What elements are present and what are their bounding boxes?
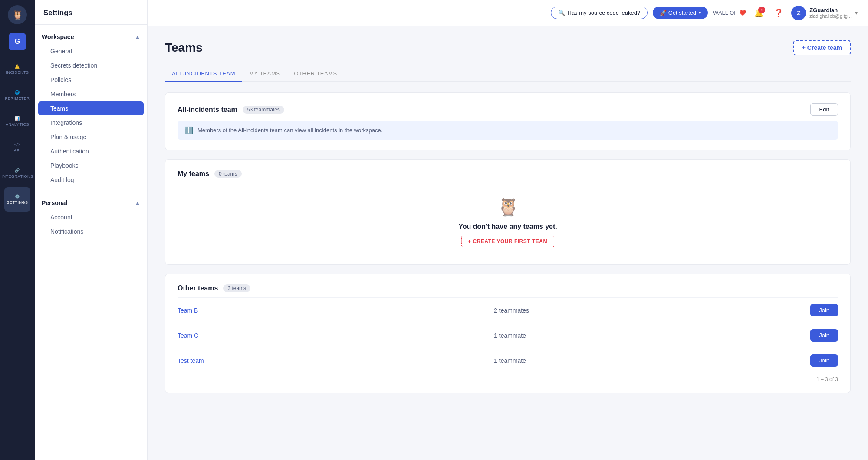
page-title: Teams <box>165 41 203 55</box>
team-members-test: 1 teammate <box>494 357 810 364</box>
search-icon: 🔍 <box>558 10 565 16</box>
heart-icon: ❤️ <box>739 10 746 16</box>
team-name-c[interactable]: Team C <box>178 332 494 339</box>
chevron-up-icon: ▲ <box>135 34 140 40</box>
all-incidents-card-header: All-incidents team 53 teammates Edit <box>178 103 838 116</box>
my-teams-title-row: My teams 0 teams <box>178 170 242 178</box>
create-first-team-button[interactable]: + CREATE YOUR FIRST TEAM <box>461 236 554 247</box>
tab-all-incidents-team[interactable]: ALL-INCIDENTS TEAM <box>165 66 242 82</box>
table-row: Team B 2 teammates Join <box>178 297 838 323</box>
personal-section-header[interactable]: Personal ▲ <box>35 198 147 210</box>
empty-owl-icon: 🦉 <box>497 197 518 218</box>
table-row: Test team 1 teammate Join <box>178 348 838 373</box>
wall-of-label: WALL OF ❤️ <box>713 10 746 16</box>
page-title-row: Teams + Create team <box>165 40 851 55</box>
create-team-button[interactable]: + Create team <box>793 40 851 55</box>
nav-icon-perimeter[interactable]: 🌐 PERIMETER <box>4 83 30 108</box>
main-area: 🔍 🔍 Has my source code leaked? Has my so… <box>148 0 868 460</box>
sidebar: Settings Workspace ▲ General Secrets det… <box>35 0 148 460</box>
tab-my-teams[interactable]: MY TEAMS <box>242 66 287 82</box>
chevron-down-icon: ▾ <box>699 10 701 15</box>
chevron-up-icon-personal: ▲ <box>135 200 140 206</box>
sidebar-item-authentication[interactable]: Authentication <box>38 144 144 158</box>
app-logo: 🦉 <box>8 5 27 24</box>
workspace-section: Workspace ▲ General Secrets detection Po… <box>35 25 147 191</box>
my-teams-card: My teams 0 teams 🦉 You don't have any te… <box>165 159 851 265</box>
workspace-section-header[interactable]: Workspace ▲ <box>35 32 147 44</box>
join-team-b-button[interactable]: Join <box>810 304 838 316</box>
sidebar-item-playbooks[interactable]: Playbooks <box>38 159 144 173</box>
help-button[interactable]: ❓ <box>771 6 786 20</box>
other-teams-card-header: Other teams 3 teams <box>178 284 838 292</box>
personal-section: Personal ▲ Account Notifications <box>35 191 147 242</box>
my-teams-card-header: My teams 0 teams <box>178 170 838 178</box>
api-icon: </> <box>14 142 21 147</box>
sidebar-item-secrets-detection[interactable]: Secrets detection <box>38 59 144 72</box>
edit-all-incidents-button[interactable]: Edit <box>810 103 838 116</box>
nav-icon-settings[interactable]: ⚙️ SETTINGS <box>4 187 30 212</box>
all-incidents-title: All-incidents team <box>178 106 237 114</box>
sidebar-item-general[interactable]: General <box>38 44 144 58</box>
nav-icon-integrations[interactable]: 🔗 INTEGRATIONS <box>4 161 30 186</box>
nav-icon-analytics[interactable]: 📊 ANALYTICS <box>4 109 30 134</box>
team-name-test[interactable]: Test team <box>178 357 494 364</box>
sidebar-title: Settings <box>35 0 147 25</box>
personal-section-label: Personal <box>42 199 67 206</box>
my-teams-empty-state: 🦉 You don't have any teams yet. + CREATE… <box>178 183 838 254</box>
get-started-button[interactable]: 🚀 🚀 Get started Get started ▾ <box>653 7 708 19</box>
topbar: 🔍 🔍 Has my source code leaked? Has my so… <box>148 0 868 26</box>
content-area: Teams + Create team ALL-INCIDENTS TEAM M… <box>148 26 868 460</box>
other-teams-card: Other teams 3 teams Team B 2 teammates J… <box>165 274 851 393</box>
sidebar-item-plan-usage[interactable]: Plan & usage <box>38 130 144 144</box>
sidebar-item-audit-log[interactable]: Audit log <box>38 173 144 187</box>
all-incidents-title-row: All-incidents team 53 teammates <box>178 106 284 114</box>
sidebar-item-notifications[interactable]: Notifications <box>38 225 144 238</box>
sidebar-item-teams[interactable]: Teams <box>38 101 144 115</box>
user-name: ZGuardian <box>809 7 852 13</box>
teams-tabs: ALL-INCIDENTS TEAM MY TEAMS OTHER TEAMS <box>165 66 851 82</box>
tab-other-teams[interactable]: OTHER TEAMS <box>287 66 344 82</box>
sidebar-item-integrations[interactable]: Integrations <box>38 116 144 130</box>
sidebar-item-members[interactable]: Members <box>38 87 144 101</box>
join-test-team-button[interactable]: Join <box>810 354 838 367</box>
all-incidents-card: All-incidents team 53 teammates Edit ℹ️ … <box>165 92 851 150</box>
icon-nav-bar: 🦉 G ⚠️ INCIDENTS 🌐 PERIMETER 📊 ANALYTICS… <box>0 0 35 460</box>
nav-icon-api[interactable]: </> API <box>4 135 30 160</box>
analytics-icon: 📊 <box>15 116 20 121</box>
user-email: ziad.ghalleb@gitg... <box>809 13 852 19</box>
notification-badge: 1 <box>758 7 765 13</box>
sidebar-item-account[interactable]: Account <box>38 210 144 224</box>
join-team-c-button[interactable]: Join <box>810 329 838 342</box>
other-teams-title-row: Other teams 3 teams <box>178 284 250 292</box>
all-incidents-info-banner: ℹ️ Members of the All-incidents team can… <box>178 121 838 140</box>
all-incidents-info-text: Members of the All-incidents team can vi… <box>197 127 382 134</box>
team-name-b[interactable]: Team B <box>178 307 494 314</box>
other-teams-title: Other teams <box>178 284 218 292</box>
nav-icon-incidents[interactable]: ⚠️ INCIDENTS <box>4 57 30 82</box>
other-teams-table: Team B 2 teammates Join Team C 1 teammat… <box>178 297 838 373</box>
pagination-info: 1 – 3 of 3 <box>178 376 838 382</box>
source-code-search-button[interactable]: 🔍 🔍 Has my source code leaked? Has my so… <box>551 7 648 19</box>
sidebar-item-policies[interactable]: Policies <box>38 73 144 87</box>
info-icon: ℹ️ <box>184 126 193 134</box>
help-icon: ❓ <box>774 8 783 18</box>
workspace-section-label: Workspace <box>42 33 74 40</box>
other-teams-badge: 3 teams <box>223 284 250 292</box>
user-avatar: Z <box>791 6 806 20</box>
my-teams-title: My teams <box>178 170 209 178</box>
table-row: Team C 1 teammate Join <box>178 323 838 348</box>
user-menu[interactable]: Z ZGuardian ziad.ghalleb@gitg... ▾ <box>791 6 858 20</box>
workspace-avatar[interactable]: G <box>9 33 26 50</box>
team-members-c: 1 teammate <box>494 332 810 339</box>
empty-title: You don't have any teams yet. <box>458 223 557 231</box>
user-info: ZGuardian ziad.ghalleb@gitg... <box>809 7 852 19</box>
incidents-icon: ⚠️ <box>15 64 20 69</box>
team-members-b: 2 teammates <box>494 307 810 314</box>
all-incidents-badge: 53 teammates <box>243 106 284 114</box>
my-teams-badge: 0 teams <box>214 170 242 178</box>
user-chevron-down-icon: ▾ <box>855 10 858 16</box>
notifications-button[interactable]: 🔔 1 <box>751 6 766 20</box>
settings-icon: ⚙️ <box>15 194 20 199</box>
perimeter-icon: 🌐 <box>15 90 20 95</box>
integrations-icon: 🔗 <box>15 168 20 173</box>
